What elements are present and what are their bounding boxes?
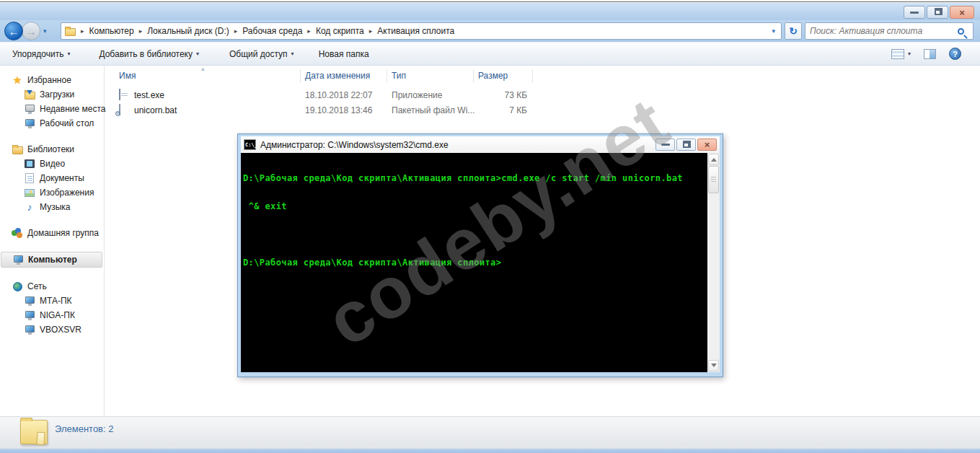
sidebar-item-favorites[interactable]: ★ Избранное	[0, 73, 104, 87]
address-dropdown-icon[interactable]: ▾	[772, 27, 778, 35]
column-divider[interactable]	[387, 69, 387, 83]
sidebar-item-video[interactable]: Видео	[0, 157, 104, 171]
sidebar-label: Документы	[40, 173, 84, 183]
column-divider[interactable]	[532, 69, 533, 83]
cmd-minimize-button[interactable]	[655, 138, 675, 151]
column-header-name[interactable]: Имя	[119, 71, 136, 81]
scroll-down-button[interactable]	[708, 360, 719, 371]
cmd-console[interactable]: D:\Рабочая среда\Код скрипта\Активация с…	[241, 153, 720, 372]
minimize-icon	[661, 144, 670, 146]
column-header-type[interactable]: Тип	[392, 71, 406, 81]
cmd-titlebar[interactable]: C:\_ Администратор: C:\Windows\system32\…	[241, 136, 720, 153]
window-titlebar[interactable]	[0, 3, 980, 20]
breadcrumb-item-rabochaya-sreda[interactable]: Рабочая среда	[242, 26, 302, 36]
sidebar-label: Библиотеки	[27, 144, 74, 154]
cmd-close-button[interactable]: ×	[697, 138, 717, 151]
restore-button[interactable]	[927, 6, 948, 19]
file-date: 19.10.2018 13:46	[305, 105, 372, 115]
scrollbar-thumb[interactable]	[708, 166, 719, 193]
minimize-button[interactable]	[904, 6, 925, 19]
breadcrumb-item-computer[interactable]: Компьютер	[89, 26, 134, 36]
sidebar-item-mta-pk[interactable]: МТА-ПК	[0, 294, 104, 308]
document-icon	[24, 172, 35, 184]
crumb-separator-icon: ▸	[369, 27, 373, 35]
recent-pages-dropdown[interactable]: ▾	[43, 27, 47, 35]
status-bar: Элементов: 2	[0, 416, 980, 449]
sidebar-item-desktop[interactable]: Рабочий стол	[0, 116, 104, 131]
console-line: D:\Рабочая среда\Код скрипта\Активация с…	[243, 174, 705, 183]
sidebar-item-computer[interactable]: Компьютер	[1, 252, 102, 268]
sidebar-label: Домашняя группа	[27, 228, 99, 238]
file-row-unicorn-bat[interactable]: unicorn.bat 19.10.2018 13:46 Пакетный фа…	[105, 103, 538, 118]
share-button[interactable]: Общий доступ ▾	[223, 45, 301, 63]
restore-icon	[683, 142, 689, 148]
share-label: Общий доступ	[229, 49, 288, 59]
sidebar-item-downloads[interactable]: Загрузки	[0, 87, 104, 102]
sidebar-item-vboxsvr[interactable]: VBOXSVR	[0, 322, 104, 337]
column-divider[interactable]	[300, 69, 301, 83]
sidebar-label: Избранное	[27, 75, 71, 85]
sidebar-item-niga-pk[interactable]: NIGA-ПК	[0, 308, 104, 322]
navigation-pane: ★ Избранное Загрузки Недавние места Рабо…	[0, 66, 105, 416]
network-icon	[12, 281, 23, 292]
cmd-title: Администратор: C:\Windows\system32\cmd.e…	[260, 140, 449, 150]
console-scrollbar[interactable]	[707, 153, 720, 372]
restore-icon	[935, 9, 941, 15]
breadcrumb[interactable]: ▸ Компьютер ▸ Локальный диск (D:) ▸ Рабо…	[61, 22, 782, 40]
preview-pane-button[interactable]	[924, 49, 936, 59]
close-button[interactable]: ×	[950, 6, 974, 19]
window-controls: ×	[902, 6, 974, 19]
scroll-up-button[interactable]	[708, 154, 719, 165]
folder-icon	[20, 420, 48, 444]
sidebar-item-network[interactable]: Сеть	[0, 279, 104, 294]
new-folder-label: Новая папка	[319, 49, 369, 59]
sidebar-item-libraries[interactable]: Библиотеки	[0, 142, 104, 157]
sidebar-item-documents[interactable]: Документы	[0, 171, 104, 185]
console-output: D:\Рабочая среда\Код скрипта\Активация с…	[243, 155, 705, 286]
breadcrumb-item-disk-d[interactable]: Локальный диск (D:)	[147, 26, 229, 36]
new-folder-button[interactable]: Новая папка	[312, 45, 376, 63]
minimize-icon	[910, 12, 919, 14]
sidebar-item-recent-places[interactable]: Недавние места	[0, 102, 104, 116]
column-header-date[interactable]: Дата изменения	[305, 71, 370, 81]
crumb-separator-icon: ▸	[307, 27, 311, 35]
change-view-button[interactable]: ▾	[891, 49, 911, 59]
music-icon: ♪	[24, 201, 35, 213]
arrow-up-icon	[711, 155, 717, 162]
application-file-icon	[119, 89, 120, 100]
column-header-size[interactable]: Размер	[478, 71, 508, 81]
cmd-window[interactable]: C:\_ Администратор: C:\Windows\system32\…	[237, 133, 723, 377]
sidebar-item-pictures[interactable]: Изображения	[0, 185, 104, 200]
forward-button[interactable]: →	[22, 22, 40, 40]
file-type: Приложение	[392, 90, 442, 100]
sidebar-item-homegroup[interactable]: Домашняя группа	[0, 226, 104, 240]
explorer-content: ★ Избранное Загрузки Недавние места Рабо…	[0, 66, 980, 416]
crumb-separator-icon: ▸	[234, 27, 238, 35]
pictures-icon	[24, 187, 35, 198]
search-input[interactable]	[805, 26, 958, 36]
cmd-restore-button[interactable]	[676, 138, 696, 151]
homegroup-icon	[12, 227, 23, 239]
sidebar-label: Музыка	[40, 202, 70, 212]
add-to-library-label: Добавить в библиотеку	[99, 49, 193, 59]
screen-top-edge	[0, 0, 980, 2]
items-count: Элементов: 2	[55, 423, 113, 434]
command-toolbar: Упорядочить ▾ Добавить в библиотеку ▾ Об…	[0, 42, 980, 66]
back-button[interactable]: ←	[4, 22, 23, 40]
arrow-down-icon	[711, 364, 717, 370]
column-headers: Имя Дата изменения Тип Размер	[105, 68, 538, 84]
refresh-button[interactable]: ↻	[785, 22, 802, 40]
sidebar-item-music[interactable]: ♪ Музыка	[0, 200, 104, 214]
add-to-library-button[interactable]: Добавить в библиотеку ▾	[92, 45, 206, 63]
window-bottom-frame	[0, 449, 980, 453]
file-row-test-exe[interactable]: test.exe 18.10.2018 22:07 Приложение 73 …	[105, 88, 538, 102]
column-divider[interactable]	[473, 69, 474, 83]
sidebar-label: Загрузки	[40, 89, 74, 100]
breadcrumb-item-aktivaciya-sploita[interactable]: Активация сплоита	[377, 26, 454, 36]
breadcrumb-item-kod-skripta[interactable]: Код скрипта	[316, 26, 364, 36]
help-button[interactable]: ?	[949, 48, 961, 60]
sidebar-label: Рабочий стол	[40, 118, 94, 128]
computer-icon	[12, 254, 24, 265]
organize-button[interactable]: Упорядочить ▾	[6, 45, 76, 63]
address-folder-icon	[64, 25, 76, 37]
